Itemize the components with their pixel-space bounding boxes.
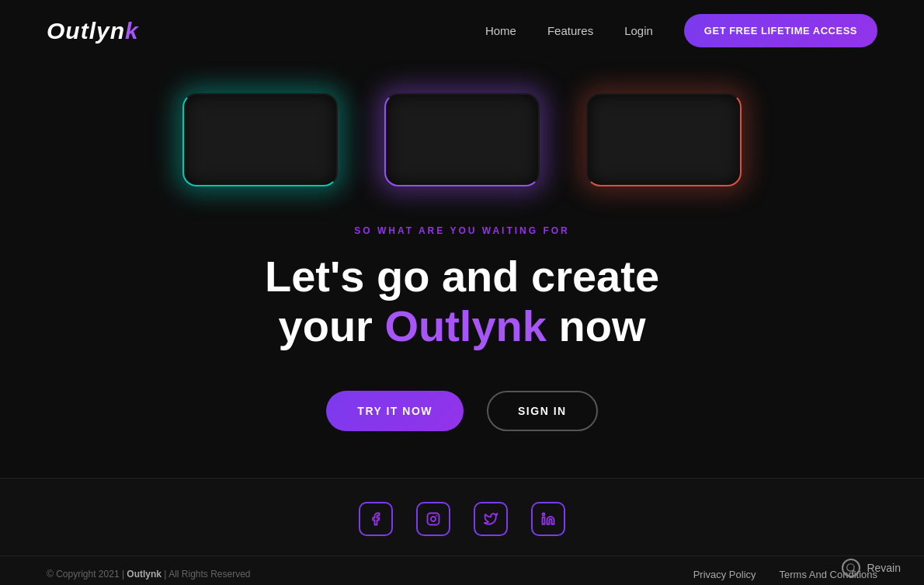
subtitle: SO WHAT ARE YOU WAITING FOR <box>354 225 569 236</box>
revain-icon <box>842 559 860 577</box>
svg-point-4 <box>847 564 854 571</box>
footer-bottom: © Copyright 2021 | Outlynk | All Rights … <box>0 555 924 585</box>
outlynk-link[interactable]: Outlynk <box>127 569 162 580</box>
nav-login[interactable]: Login <box>624 24 653 37</box>
svg-point-3 <box>543 513 545 515</box>
headline-line2: your Outlynk now <box>265 301 659 351</box>
sign-in-button[interactable]: SIGN IN <box>487 391 598 431</box>
twitter-icon[interactable] <box>474 502 508 536</box>
cta-buttons: TRY IT NOW SIGN IN <box>326 391 597 431</box>
headline-line1: Let's go and create <box>265 252 659 301</box>
logo-accent: k <box>125 18 139 44</box>
cards-section <box>0 47 924 210</box>
try-it-now-button[interactable]: TRY IT NOW <box>326 391 464 431</box>
revain-badge: Revain <box>842 559 901 577</box>
card-center <box>384 93 540 186</box>
privacy-policy-link[interactable]: Privacy Policy <box>693 569 756 580</box>
revain-label: Revain <box>867 562 901 574</box>
svg-line-5 <box>853 569 856 572</box>
get-free-access-button[interactable]: GET FREE LIFETIME ACCESS <box>684 14 877 47</box>
nav-home[interactable]: Home <box>485 24 516 37</box>
nav-links: Home Features Login GET FREE LIFETIME AC… <box>485 14 877 47</box>
linkedin-icon[interactable] <box>531 502 565 536</box>
social-links <box>0 479 924 555</box>
card-left <box>182 93 338 186</box>
instagram-icon[interactable] <box>416 502 450 536</box>
facebook-icon[interactable] <box>359 502 393 536</box>
card-right <box>586 93 742 186</box>
svg-rect-0 <box>428 513 439 524</box>
svg-rect-2 <box>543 517 545 524</box>
footer: © Copyright 2021 | Outlynk | All Rights … <box>0 478 924 585</box>
navbar: Outlynk Home Features Login GET FREE LIF… <box>0 0 924 61</box>
copyright: © Copyright 2021 | Outlynk | All Rights … <box>47 569 251 580</box>
logo: Outlynk <box>47 18 139 44</box>
nav-features[interactable]: Features <box>547 24 593 37</box>
headline: Let's go and create your Outlynk now <box>265 252 659 352</box>
main-section: SO WHAT ARE YOU WAITING FOR Let's go and… <box>0 210 924 478</box>
